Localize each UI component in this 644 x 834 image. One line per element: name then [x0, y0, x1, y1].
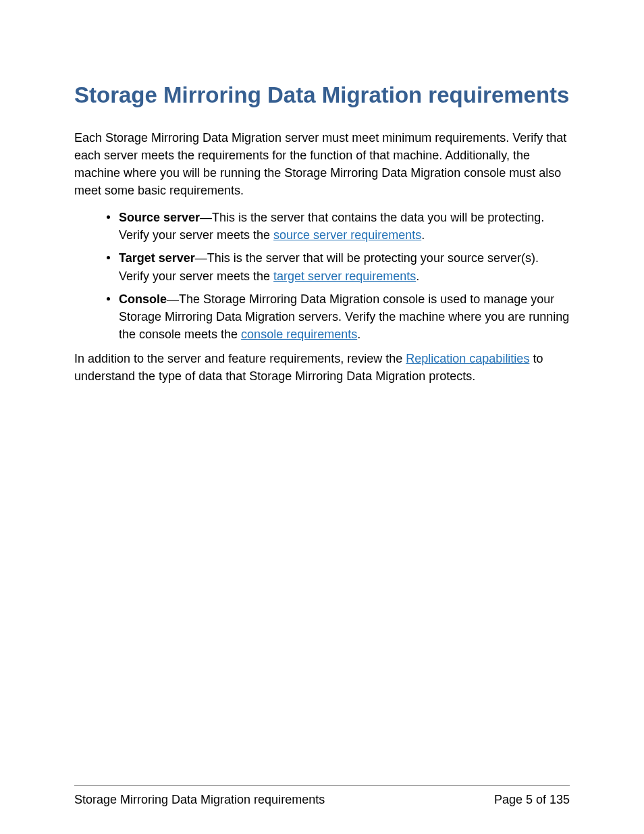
requirements-list: Source server—This is the server that co… [74, 209, 570, 343]
list-item: Target server—This is the server that wi… [107, 249, 570, 284]
target-server-requirements-link[interactable]: target server requirements [273, 269, 416, 283]
item-text-after: . [357, 328, 360, 341]
page-footer: Storage Mirroring Data Migration require… [74, 785, 570, 807]
console-requirements-link[interactable]: console requirements [241, 328, 357, 341]
list-item: Source server—This is the server that co… [107, 209, 570, 244]
item-text-after: . [416, 269, 419, 283]
footer-page-number: Page 5 of 135 [494, 793, 570, 807]
item-text-after: . [421, 228, 425, 242]
source-server-requirements-link[interactable]: source server requirements [273, 228, 421, 242]
replication-capabilities-link[interactable]: Replication capabilities [406, 352, 529, 365]
item-label: Target server [119, 251, 195, 265]
intro-paragraph: Each Storage Mirroring Data Migration se… [74, 129, 570, 199]
page-content: Storage Mirroring Data Migration require… [0, 0, 644, 385]
footer-title: Storage Mirroring Data Migration require… [74, 793, 325, 807]
closing-before: In addition to the server and feature re… [74, 352, 406, 365]
item-label: Console [119, 292, 167, 306]
closing-paragraph: In addition to the server and feature re… [74, 350, 570, 385]
page-title: Storage Mirroring Data Migration require… [74, 81, 570, 110]
item-label: Source server [119, 211, 200, 224]
list-item: Console—The Storage Mirroring Data Migra… [107, 290, 570, 343]
